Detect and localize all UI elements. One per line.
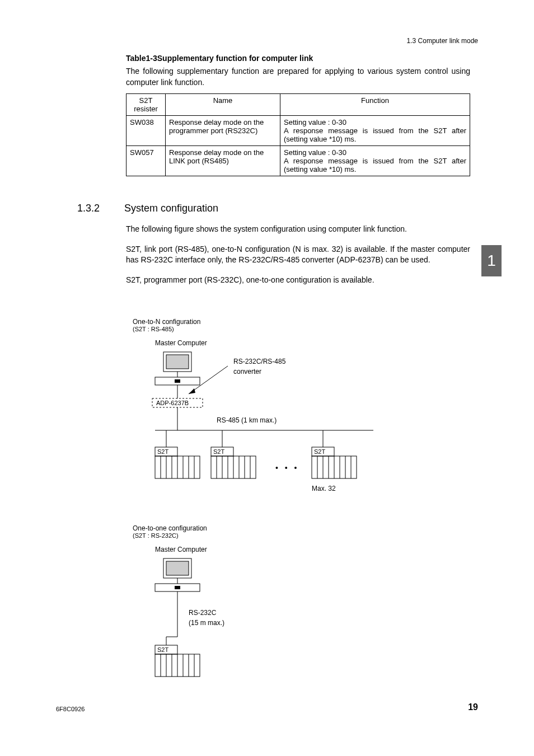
svg-rect-4 bbox=[175, 379, 180, 383]
s2t-label-1: S2T bbox=[157, 448, 168, 455]
table-row: SW038 Response delay mode on the program… bbox=[127, 116, 470, 146]
s2t-label-2: S2T bbox=[213, 448, 224, 455]
para-1: The following figure shows the system co… bbox=[126, 224, 470, 235]
diagram2-svg bbox=[133, 556, 301, 679]
converter-label-l1: RS-232C/RS-485 bbox=[233, 358, 285, 365]
converter-label-l2: converter bbox=[233, 368, 261, 375]
table-header-name: Name bbox=[166, 94, 280, 116]
diagrams: One-to-N configuration (S2T : RS-485) Ma… bbox=[133, 318, 469, 680]
svg-rect-45 bbox=[175, 586, 180, 589]
section-heading: 1.3.2 System configuration bbox=[77, 203, 469, 214]
section-body: The following figure shows the system co… bbox=[126, 224, 470, 294]
max-label: Max. 32 bbox=[312, 485, 336, 492]
diagram1-master-label: Master Computer bbox=[155, 339, 469, 347]
cable-label-l2: (15 m max.) bbox=[189, 619, 224, 627]
para-3: S2T, programmer port (RS-232C), one-to-o… bbox=[126, 275, 470, 286]
header-breadcrumb: 1.3 Computer link mode bbox=[407, 37, 478, 45]
cell-function: Setting value : 0-30 A response message … bbox=[280, 146, 470, 176]
cell-resister: SW038 bbox=[127, 116, 166, 146]
cell-name: Response delay mode on the programmer po… bbox=[166, 116, 280, 146]
svg-marker-8 bbox=[189, 388, 195, 394]
supplementary-table: S2T resister Name Function SW038 Respons… bbox=[126, 93, 470, 176]
diagram1-svg bbox=[133, 349, 413, 500]
bus-label: RS-485 (1 km max.) bbox=[217, 416, 277, 424]
table-header-resister: S2T resister bbox=[127, 94, 166, 116]
cable-label-l1: RS-232C bbox=[189, 609, 216, 617]
diagram2-figure: RS-232C (15 m max.) S2T bbox=[133, 556, 469, 680]
ellipsis-icon: • • • bbox=[275, 463, 299, 472]
s2t-label-d2: S2T bbox=[157, 646, 168, 653]
chapter-tab: 1 bbox=[481, 245, 502, 276]
table-row: SW057 Response delay mode on the LINK po… bbox=[127, 146, 470, 176]
footer-doc-id: 6F8C0926 bbox=[56, 706, 85, 712]
diagram2-title: One-to-one configuration bbox=[133, 524, 469, 532]
adp-label: ADP-6237B bbox=[156, 400, 189, 406]
diagram1-sub: (S2T : RS-485) bbox=[133, 326, 469, 332]
footer-page-number: 19 bbox=[468, 702, 478, 712]
cell-name: Response delay mode on the LINK port (RS… bbox=[166, 146, 280, 176]
diagram2-block: One-to-one configuration (S2T : RS-232C)… bbox=[133, 524, 469, 680]
cell-resister: SW057 bbox=[127, 146, 166, 176]
diagram1-figure: RS-232C/RS-485 converter ADP-6237B RS-48… bbox=[133, 349, 469, 502]
diagram1-title: One-to-N configuration bbox=[133, 318, 469, 326]
cell-function: Setting value : 0-30 A response message … bbox=[280, 116, 470, 146]
table-header-function: Function bbox=[280, 94, 470, 116]
table-intro: The following supplementary function are… bbox=[126, 66, 470, 88]
para-2: S2T, link port (RS-485), one-to-N config… bbox=[126, 244, 470, 266]
table-title: Table1-3Supplementary function for compu… bbox=[126, 54, 470, 63]
s2t-label-3: S2T bbox=[314, 448, 325, 455]
main-content: Table1-3Supplementary function for compu… bbox=[126, 54, 470, 176]
section-number: 1.3.2 bbox=[77, 203, 122, 214]
svg-rect-42 bbox=[166, 561, 189, 575]
svg-rect-1 bbox=[166, 355, 189, 369]
section-title: System configuration bbox=[124, 203, 218, 214]
diagram2-sub: (S2T : RS-232C) bbox=[133, 532, 469, 539]
diagram2-master-label: Master Computer bbox=[155, 546, 469, 553]
